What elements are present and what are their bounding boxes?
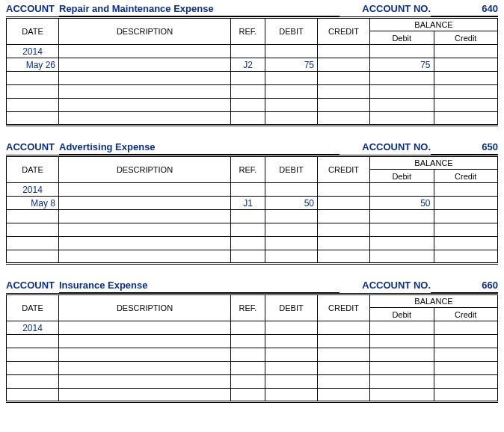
balance-debit-cell xyxy=(370,335,434,348)
description-cell xyxy=(59,58,231,72)
ref-cell xyxy=(231,237,265,250)
balance-credit-cell xyxy=(434,72,498,85)
col-date: DATE xyxy=(7,156,59,183)
col-ref: REF. xyxy=(231,294,265,321)
account-number: 650 xyxy=(431,141,498,155)
table-row xyxy=(7,210,498,223)
account-name: Insurance Expense xyxy=(59,280,339,293)
col-debit: DEBIT xyxy=(265,156,318,183)
credit-cell xyxy=(318,99,370,112)
credit-cell xyxy=(318,389,370,402)
debit-cell: 50 xyxy=(265,197,318,210)
date-cell xyxy=(7,335,59,348)
date-cell xyxy=(7,210,59,223)
ledger-title-row: ACCOUNTRepair and Maintenance ExpenseACC… xyxy=(6,3,498,16)
col-debit: DEBIT xyxy=(265,294,318,321)
ledger-title-row: ACCOUNTAdvertising ExpenseACCOUNT NO.650 xyxy=(6,141,498,155)
col-description: DESCRIPTION xyxy=(59,294,231,321)
balance-credit-cell xyxy=(434,197,498,210)
description-cell xyxy=(59,197,231,210)
account-number: 640 xyxy=(431,3,498,16)
credit-cell xyxy=(318,210,370,223)
date-cell xyxy=(7,85,59,99)
description-cell xyxy=(59,223,231,237)
balance-debit-cell xyxy=(370,362,434,375)
account-name: Advertising Expense xyxy=(59,141,339,155)
ref-cell xyxy=(231,85,265,99)
description-cell xyxy=(59,335,231,348)
col-debit: DEBIT xyxy=(265,18,318,45)
year-cell: 2014 xyxy=(7,321,59,335)
table-row: May 26J27575 xyxy=(7,58,498,72)
ref-cell xyxy=(231,362,265,375)
year-row: 2014 xyxy=(7,45,498,58)
col-ref: REF. xyxy=(231,18,265,45)
balance-credit-cell xyxy=(434,99,498,112)
account-label: ACCOUNT xyxy=(6,3,55,14)
credit-cell xyxy=(318,72,370,85)
date-cell xyxy=(7,112,59,126)
debit-cell xyxy=(265,362,318,375)
table-row xyxy=(7,375,498,389)
ref-cell xyxy=(231,375,265,389)
debit-cell xyxy=(265,375,318,389)
table-row xyxy=(7,112,498,126)
table-row xyxy=(7,250,498,264)
credit-cell xyxy=(318,362,370,375)
balance-credit-cell xyxy=(434,362,498,375)
balance-debit-cell xyxy=(370,375,434,389)
ref-cell xyxy=(231,112,265,126)
credit-cell xyxy=(318,375,370,389)
credit-cell xyxy=(318,197,370,210)
credit-cell xyxy=(318,85,370,99)
balance-debit-cell xyxy=(370,210,434,223)
table-row xyxy=(7,99,498,112)
debit-cell xyxy=(265,250,318,264)
header-row-1: DATEDESCRIPTIONREF.DEBITCREDITBALANCE xyxy=(7,294,498,308)
table-row xyxy=(7,85,498,99)
col-balance: BALANCE xyxy=(370,18,498,31)
description-cell xyxy=(59,389,231,402)
credit-cell xyxy=(318,223,370,237)
credit-cell xyxy=(318,335,370,348)
ledger-title-row: ACCOUNTInsurance ExpenseACCOUNT NO.660 xyxy=(6,280,498,293)
account-name: Repair and Maintenance Expense xyxy=(59,3,339,16)
balance-debit-cell xyxy=(370,99,434,112)
date-cell xyxy=(7,223,59,237)
ledger-account: ACCOUNTAdvertising ExpenseACCOUNT NO.650… xyxy=(6,141,498,265)
col-description: DESCRIPTION xyxy=(59,18,231,45)
description-cell xyxy=(59,72,231,85)
col-credit: CREDIT xyxy=(318,18,370,45)
balance-debit-cell xyxy=(370,250,434,264)
description-cell xyxy=(59,99,231,112)
col-date: DATE xyxy=(7,294,59,321)
debit-cell xyxy=(265,335,318,348)
ref-cell xyxy=(231,72,265,85)
ref-cell xyxy=(231,99,265,112)
balance-debit-cell xyxy=(370,237,434,250)
date-cell xyxy=(7,348,59,362)
balance-credit-cell xyxy=(434,223,498,237)
debit-cell xyxy=(265,223,318,237)
debit-cell xyxy=(265,112,318,126)
date-cell xyxy=(7,250,59,264)
ref-cell xyxy=(231,389,265,402)
balance-debit-cell xyxy=(370,112,434,126)
col-ref: REF. xyxy=(231,156,265,183)
header-row-1: DATEDESCRIPTIONREF.DEBITCREDITBALANCE xyxy=(7,18,498,31)
description-cell xyxy=(59,85,231,99)
col-date: DATE xyxy=(7,18,59,45)
year-row: 2014 xyxy=(7,183,498,197)
ledger-account: ACCOUNTInsurance ExpenseACCOUNT NO.660DA… xyxy=(6,280,498,403)
ledger-table: DATEDESCRIPTIONREF.DEBITCREDITBALANCEDeb… xyxy=(6,16,498,126)
ledger-account: ACCOUNTRepair and Maintenance ExpenseACC… xyxy=(6,3,498,126)
ref-cell xyxy=(231,250,265,264)
date-cell: May 26 xyxy=(7,58,59,72)
credit-cell xyxy=(318,58,370,72)
balance-credit-cell xyxy=(434,348,498,362)
account-no-label: ACCOUNT NO. xyxy=(362,141,431,152)
credit-cell xyxy=(318,250,370,264)
date-cell: May 8 xyxy=(7,197,59,210)
table-row xyxy=(7,389,498,402)
table-row xyxy=(7,72,498,85)
